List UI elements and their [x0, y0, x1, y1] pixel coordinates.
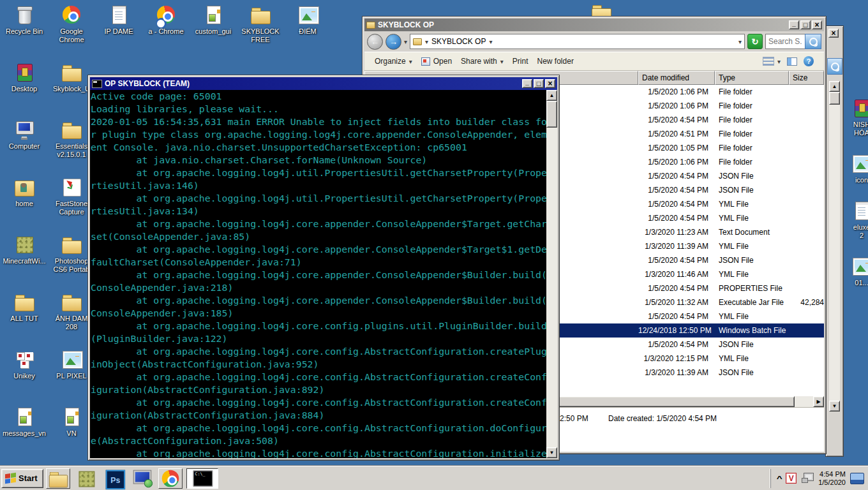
- chevron-down-icon[interactable]: [425, 37, 428, 46]
- column-header-date-modified[interactable]: Date modified: [638, 71, 715, 85]
- desktop-icon-label: Recycle Bin: [6, 27, 43, 36]
- close-button[interactable]: [812, 20, 822, 29]
- desktop-icon[interactable]: SKYBLOCK FREE: [237, 4, 283, 44]
- cell-type: YML File: [715, 354, 789, 363]
- console-scrollbar[interactable]: [546, 90, 557, 458]
- breadcrumb[interactable]: SKYBLOCK OP: [410, 34, 745, 49]
- scroll-down-icon[interactable]: [829, 401, 840, 412]
- desktop-icon-label: Essentials v2.15.0.1: [56, 142, 87, 159]
- chevron-down-icon[interactable]: [489, 37, 492, 46]
- scroll-right-icon[interactable]: [813, 396, 824, 407]
- show-hidden-icons-chevron[interactable]: [776, 475, 782, 482]
- desktop-icon[interactable]: Computer: [1, 119, 47, 176]
- taskbar-button[interactable]: [46, 468, 70, 489]
- desktop-icon-label: eluxe 2: [853, 223, 868, 240]
- desktop-icon[interactable]: Google Chrome: [49, 4, 94, 44]
- scroll-up-icon[interactable]: [546, 90, 557, 101]
- desktop-icon[interactable]: a - Chrome: [143, 4, 189, 44]
- window-title: OP SKYBLOCK (TEAM): [105, 79, 190, 88]
- change-view-button[interactable]: [763, 57, 781, 66]
- show-desktop-button[interactable]: [850, 473, 864, 484]
- open-button[interactable]: Open: [421, 57, 452, 66]
- desktop-icon[interactable]: ĐIỂM: [285, 4, 331, 44]
- column-header-size[interactable]: Size: [789, 71, 824, 85]
- window-title: SKYBLOCK OP: [378, 20, 434, 29]
- desktop-icon[interactable]: MinecraftWi...: [1, 234, 47, 291]
- desktop-icon-glyph: [60, 234, 83, 255]
- desktop-icon[interactable]: Desktop: [1, 61, 47, 119]
- chevron-down-icon: [777, 57, 781, 66]
- taskbar-button[interactable]: [186, 468, 218, 489]
- breadcrumb-label[interactable]: SKYBLOCK OP: [431, 37, 486, 46]
- cell-date-modified: 1/5/2020 4:54 PM: [638, 312, 715, 321]
- tray-clock[interactable]: 4:54 PM 1/5/2020: [818, 470, 846, 487]
- cell-date-modified: 1/5/2020 4:54 PM: [638, 172, 715, 181]
- console-line: set(ConsoleAppender.java:85): [91, 230, 546, 243]
- chevron-down-icon: [409, 57, 412, 66]
- search-icon[interactable]: [827, 58, 842, 75]
- console-line: (PluginBuilder.java:122): [91, 332, 546, 345]
- minimize-button[interactable]: [789, 20, 799, 29]
- taskbar-button[interactable]: [158, 468, 183, 489]
- background-scrollbar[interactable]: [829, 81, 840, 412]
- desktop-icon[interactable]: custom_gui: [190, 4, 236, 44]
- explorer-titlebar[interactable]: SKYBLOCK OP: [364, 19, 824, 31]
- taskbar-button[interactable]: [130, 468, 154, 489]
- minimize-button[interactable]: [522, 79, 532, 88]
- forward-button[interactable]: [385, 34, 401, 50]
- desktop-icon[interactable]: home: [1, 176, 47, 234]
- desktop-icon[interactable]: Unikey: [1, 348, 47, 406]
- taskbar-icon: [103, 468, 125, 488]
- cell-type: JSON File: [715, 186, 789, 195]
- console-titlebar[interactable]: OP SKYBLOCK (TEAM): [90, 77, 557, 90]
- date-created-status: Date created: 1/5/2020 4:54 PM: [608, 414, 717, 423]
- desktop-icon-glyph: [13, 406, 36, 427]
- scrollbar-thumb[interactable]: [829, 92, 840, 105]
- unikey-tray-icon[interactable]: [786, 473, 797, 484]
- organize-button[interactable]: Organize: [375, 57, 412, 66]
- desktop-icon-glyph: [13, 234, 36, 255]
- share-with-button[interactable]: Share with: [461, 57, 504, 66]
- scrollbar-thumb[interactable]: [546, 101, 557, 128]
- desktop-icon[interactable]: messages_vn: [1, 406, 47, 463]
- maximize-button[interactable]: [534, 79, 544, 88]
- new-folder-button[interactable]: New folder: [537, 57, 574, 66]
- console-line: rtiesUtil.java:146): [91, 179, 546, 192]
- print-button[interactable]: Print: [513, 57, 528, 66]
- help-button[interactable]: [804, 56, 814, 66]
- address-dropdown-icon[interactable]: [738, 37, 742, 46]
- search-icon[interactable]: [805, 34, 821, 49]
- column-header-type[interactable]: Type: [715, 71, 789, 85]
- desktop-icon-glyph: [60, 119, 83, 140]
- start-button[interactable]: Start: [1, 469, 43, 488]
- close-button[interactable]: [545, 79, 555, 88]
- scroll-up-icon[interactable]: [829, 81, 840, 92]
- desktop-icon-label: home: [15, 200, 33, 208]
- scroll-down-icon[interactable]: [546, 447, 557, 458]
- maximize-button[interactable]: [800, 20, 811, 29]
- console-line: ConsoleAppender.java:185): [91, 307, 546, 320]
- back-button[interactable]: [367, 34, 383, 50]
- desktop-icon[interactable]: Recycle Bin: [1, 4, 47, 44]
- taskbar-button[interactable]: [102, 468, 126, 489]
- history-dropdown-icon[interactable]: [404, 38, 407, 45]
- desktop-icon-label: NISH HÓA: [853, 121, 868, 137]
- console-line: at org.apache.logging.log4j.core.appende…: [91, 269, 546, 281]
- network-tray-icon[interactable]: [801, 473, 814, 484]
- cell-type: File folder: [715, 101, 789, 110]
- cell-type: File folder: [715, 87, 789, 96]
- refresh-button[interactable]: [747, 34, 763, 49]
- preview-pane-button[interactable]: [787, 57, 797, 66]
- desktop-icon[interactable]: ALL TUT: [1, 291, 47, 348]
- cell-type: File folder: [715, 144, 789, 152]
- search-input[interactable]: [765, 34, 805, 49]
- taskbar: Start: [0, 466, 868, 490]
- close-icon[interactable]: [828, 29, 839, 38]
- taskbar-button[interactable]: [74, 468, 98, 489]
- cell-size: 42,284: [789, 298, 824, 307]
- desktop-icon[interactable]: IP DAME: [96, 4, 142, 44]
- cell-type: File folder: [715, 115, 789, 124]
- tray-time: 4:54 PM: [818, 470, 846, 479]
- desktop-icon-label: Photoshop CS6 Portab: [54, 257, 90, 274]
- console-line: at org.apache.logging.log4j.core.config.…: [91, 320, 546, 332]
